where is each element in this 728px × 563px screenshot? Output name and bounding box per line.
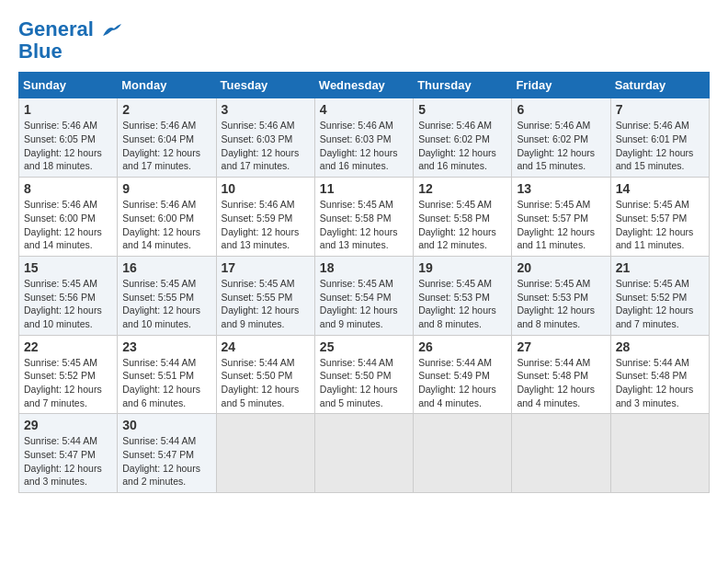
day-info: Sunrise: 5:46 AMSunset: 6:02 PMDaylight:… [517,120,595,171]
weekday-header-saturday: Saturday [610,73,709,98]
calendar-cell: 17 Sunrise: 5:45 AMSunset: 5:55 PMDaylig… [216,256,314,335]
calendar-cell: 16 Sunrise: 5:45 AMSunset: 5:55 PMDaylig… [118,256,216,335]
calendar-cell [610,414,709,493]
day-info: Sunrise: 5:45 AMSunset: 5:53 PMDaylight:… [418,278,496,329]
page-header: General Blue [18,18,710,63]
logo-blue-text: Blue [18,40,63,63]
day-info: Sunrise: 5:46 AMSunset: 6:03 PMDaylight:… [320,120,398,171]
day-info: Sunrise: 5:46 AMSunset: 6:02 PMDaylight:… [418,120,496,171]
logo: General Blue [18,18,121,63]
calendar-cell: 10 Sunrise: 5:46 AMSunset: 5:59 PMDaylig… [216,178,314,257]
calendar-cell: 12 Sunrise: 5:45 AMSunset: 5:58 PMDaylig… [414,178,512,257]
calendar-table: SundayMondayTuesdayWednesdayThursdayFrid… [18,72,710,493]
calendar-cell: 19 Sunrise: 5:45 AMSunset: 5:53 PMDaylig… [414,256,512,335]
calendar-cell: 9 Sunrise: 5:46 AMSunset: 6:00 PMDayligh… [118,178,216,257]
week-row-1: 1 Sunrise: 5:46 AMSunset: 6:05 PMDayligh… [19,98,710,178]
day-number: 27 [517,339,605,354]
day-info: Sunrise: 5:44 AMSunset: 5:50 PMDaylight:… [222,357,300,408]
day-info: Sunrise: 5:45 AMSunset: 5:52 PMDaylight:… [24,357,102,408]
day-number: 11 [320,181,408,196]
day-number: 15 [24,260,112,275]
weekday-header-sunday: Sunday [19,73,118,98]
day-number: 23 [122,339,210,354]
day-info: Sunrise: 5:46 AMSunset: 6:00 PMDaylight:… [122,199,200,250]
day-info: Sunrise: 5:45 AMSunset: 5:55 PMDaylight:… [222,278,300,329]
calendar-cell: 3 Sunrise: 5:46 AMSunset: 6:03 PMDayligh… [216,98,314,178]
calendar-cell: 5 Sunrise: 5:46 AMSunset: 6:02 PMDayligh… [414,98,512,178]
calendar-cell: 28 Sunrise: 5:44 AMSunset: 5:48 PMDaylig… [610,335,709,414]
calendar-cell: 15 Sunrise: 5:45 AMSunset: 5:56 PMDaylig… [19,256,118,335]
calendar-cell: 23 Sunrise: 5:44 AMSunset: 5:51 PMDaylig… [118,335,216,414]
calendar-cell: 30 Sunrise: 5:44 AMSunset: 5:47 PMDaylig… [118,414,216,493]
weekday-header-friday: Friday [512,73,610,98]
day-info: Sunrise: 5:45 AMSunset: 5:58 PMDaylight:… [418,199,496,250]
logo-text: General [18,18,121,40]
calendar-cell: 14 Sunrise: 5:45 AMSunset: 5:57 PMDaylig… [610,178,709,257]
day-info: Sunrise: 5:46 AMSunset: 6:01 PMDaylight:… [616,120,694,171]
day-info: Sunrise: 5:45 AMSunset: 5:57 PMDaylight:… [616,199,694,250]
day-number: 18 [320,260,408,275]
day-number: 4 [320,102,408,117]
day-info: Sunrise: 5:46 AMSunset: 6:00 PMDaylight:… [24,199,102,250]
day-info: Sunrise: 5:44 AMSunset: 5:50 PMDaylight:… [320,357,398,408]
day-number: 3 [222,102,310,117]
day-info: Sunrise: 5:46 AMSunset: 5:59 PMDaylight:… [222,199,300,250]
calendar-cell: 4 Sunrise: 5:46 AMSunset: 6:03 PMDayligh… [314,98,413,178]
day-number: 2 [122,102,210,117]
day-info: Sunrise: 5:45 AMSunset: 5:53 PMDaylight:… [517,278,595,329]
day-number: 19 [418,260,506,275]
day-number: 29 [24,418,112,432]
day-info: Sunrise: 5:44 AMSunset: 5:47 PMDaylight:… [24,435,102,487]
day-info: Sunrise: 5:45 AMSunset: 5:52 PMDaylight:… [616,278,694,329]
day-info: Sunrise: 5:45 AMSunset: 5:56 PMDaylight:… [24,278,102,329]
calendar-cell: 22 Sunrise: 5:45 AMSunset: 5:52 PMDaylig… [19,335,118,414]
calendar-cell: 1 Sunrise: 5:46 AMSunset: 6:05 PMDayligh… [19,98,118,178]
day-number: 16 [122,260,210,275]
calendar-cell: 25 Sunrise: 5:44 AMSunset: 5:50 PMDaylig… [314,335,413,414]
calendar-cell: 21 Sunrise: 5:45 AMSunset: 5:52 PMDaylig… [610,256,709,335]
day-number: 10 [222,181,310,196]
day-number: 17 [222,260,310,275]
calendar-cell: 8 Sunrise: 5:46 AMSunset: 6:00 PMDayligh… [19,178,118,257]
calendar-cell [314,414,413,493]
day-info: Sunrise: 5:46 AMSunset: 6:03 PMDaylight:… [222,120,300,171]
week-row-3: 15 Sunrise: 5:45 AMSunset: 5:56 PMDaylig… [19,256,710,335]
day-info: Sunrise: 5:45 AMSunset: 5:54 PMDaylight:… [320,278,398,329]
logo-bird-icon [101,23,121,38]
calendar-cell: 20 Sunrise: 5:45 AMSunset: 5:53 PMDaylig… [512,256,610,335]
day-number: 22 [24,339,112,354]
day-info: Sunrise: 5:44 AMSunset: 5:48 PMDaylight:… [616,357,694,408]
day-info: Sunrise: 5:45 AMSunset: 5:58 PMDaylight:… [320,199,398,250]
calendar-cell: 7 Sunrise: 5:46 AMSunset: 6:01 PMDayligh… [610,98,709,178]
weekday-header-row: SundayMondayTuesdayWednesdayThursdayFrid… [19,73,710,98]
calendar-cell: 29 Sunrise: 5:44 AMSunset: 5:47 PMDaylig… [19,414,118,493]
day-number: 24 [222,339,310,354]
day-info: Sunrise: 5:44 AMSunset: 5:47 PMDaylight:… [122,435,200,487]
day-info: Sunrise: 5:46 AMSunset: 6:04 PMDaylight:… [122,120,200,171]
weekday-header-tuesday: Tuesday [216,73,314,98]
day-info: Sunrise: 5:44 AMSunset: 5:51 PMDaylight:… [122,357,200,408]
calendar-cell: 24 Sunrise: 5:44 AMSunset: 5:50 PMDaylig… [216,335,314,414]
calendar-cell [512,414,610,493]
calendar-cell: 11 Sunrise: 5:45 AMSunset: 5:58 PMDaylig… [314,178,413,257]
calendar-cell: 2 Sunrise: 5:46 AMSunset: 6:04 PMDayligh… [118,98,216,178]
day-number: 12 [418,181,506,196]
calendar-cell [216,414,314,493]
calendar-cell: 27 Sunrise: 5:44 AMSunset: 5:48 PMDaylig… [512,335,610,414]
day-number: 25 [320,339,408,354]
day-info: Sunrise: 5:44 AMSunset: 5:49 PMDaylight:… [418,357,496,408]
calendar-cell [414,414,512,493]
day-number: 9 [122,181,210,196]
day-number: 5 [418,102,506,117]
weekday-header-thursday: Thursday [414,73,512,98]
day-number: 20 [517,260,605,275]
day-number: 30 [122,418,210,432]
day-number: 1 [24,102,112,117]
day-number: 28 [616,339,704,354]
week-row-4: 22 Sunrise: 5:45 AMSunset: 5:52 PMDaylig… [19,335,710,414]
day-number: 21 [616,260,704,275]
day-info: Sunrise: 5:45 AMSunset: 5:55 PMDaylight:… [122,278,200,329]
day-number: 8 [24,181,112,196]
calendar-cell: 6 Sunrise: 5:46 AMSunset: 6:02 PMDayligh… [512,98,610,178]
week-row-2: 8 Sunrise: 5:46 AMSunset: 6:00 PMDayligh… [19,178,710,257]
